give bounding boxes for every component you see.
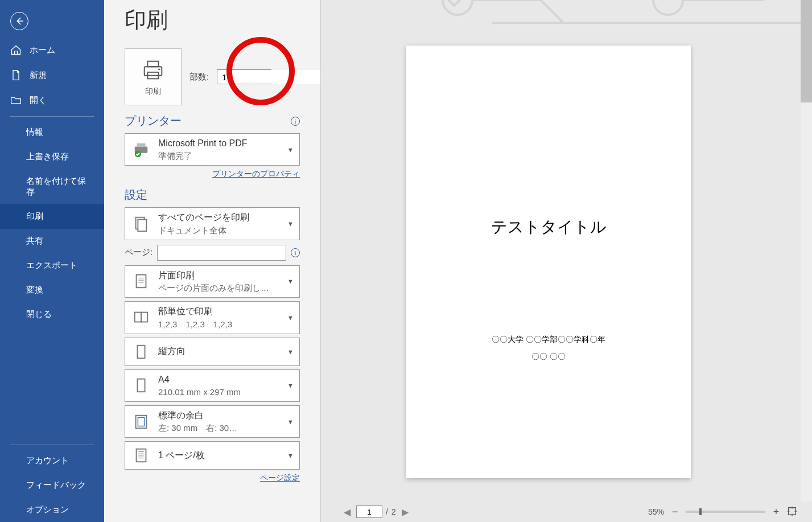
print-range-dropdown[interactable]: すべてのページを印刷 ドキュメント全体 ▼ xyxy=(125,207,300,240)
chevron-down-icon: ▼ xyxy=(287,382,296,389)
chevron-down-icon: ▼ xyxy=(287,452,296,459)
nav-separator xyxy=(10,116,94,117)
nav-info[interactable]: 情報 xyxy=(0,120,104,145)
printer-status-icon xyxy=(131,139,151,160)
nav-print[interactable]: 印刷 xyxy=(0,204,104,229)
printer-properties-link[interactable]: プリンターのプロパティ xyxy=(125,169,300,179)
paper-icon xyxy=(131,375,151,396)
fit-to-page-button[interactable] xyxy=(787,506,797,518)
nav-home-label: ホーム xyxy=(30,45,55,56)
new-doc-icon xyxy=(10,69,22,81)
pages-info-icon[interactable]: i xyxy=(291,248,300,257)
nav-saveas[interactable]: 名前を付けて保存 xyxy=(0,169,104,204)
printer-dropdown[interactable]: Microsoft Print to PDF 準備完了 ▼ xyxy=(125,133,300,166)
chevron-down-icon: ▼ xyxy=(287,314,296,321)
zoom-knob[interactable] xyxy=(699,508,702,515)
chevron-down-icon: ▼ xyxy=(287,220,296,227)
zoom-in-button[interactable]: + xyxy=(771,507,781,517)
svg-rect-8 xyxy=(138,220,146,232)
next-page-button[interactable]: ▶ xyxy=(399,507,411,517)
preview-page: テストタイトル 〇〇大学 〇〇学部〇〇学科〇年 〇〇 〇〇 xyxy=(406,46,691,478)
chevron-down-icon: ▼ xyxy=(287,418,296,425)
preview-scrollbar[interactable] xyxy=(801,0,812,502)
orientation-dropdown[interactable]: 縦方向 ▼ xyxy=(125,338,300,366)
nav-open-label: 開く xyxy=(30,95,47,106)
nav-new-label: 新規 xyxy=(30,70,47,81)
svg-rect-0 xyxy=(145,67,162,75)
nav-separator-lower xyxy=(10,445,94,445)
margins-dropdown[interactable]: 標準の余白 左: 30 mm 右: 30… ▼ xyxy=(125,405,300,438)
collate-dropdown[interactable]: 部単位で印刷 1,2,3 1,2,3 1,2,3 ▼ xyxy=(125,301,300,334)
copies-label: 部数: xyxy=(189,72,209,83)
prev-page-button[interactable]: ◀ xyxy=(341,507,353,517)
folder-open-icon xyxy=(10,94,22,106)
doc-line2: 〇〇 〇〇 xyxy=(406,352,691,362)
home-icon xyxy=(10,44,22,56)
svg-rect-28 xyxy=(789,507,796,515)
margins-icon xyxy=(131,412,151,432)
printer-info-icon[interactable]: i xyxy=(291,117,300,126)
printer-icon xyxy=(140,57,166,83)
pages-icon xyxy=(131,213,151,234)
page-single-icon xyxy=(131,271,151,291)
nav-save[interactable]: 上書き保存 xyxy=(0,145,104,169)
pages-per-sheet-dropdown[interactable]: 1 ページ/枚 ▼ xyxy=(125,441,300,470)
doc-title: テストタイトル xyxy=(406,216,691,238)
current-page-input[interactable] xyxy=(356,505,382,518)
preview-statusbar: ◀ / 2 ▶ 55% − + xyxy=(321,502,801,522)
nav-export[interactable]: エクスポート xyxy=(0,253,104,278)
backstage-nav: ホーム 新規 開く 情報 上書き保存 名前を付けて保存 印刷 共有 エクスポート… xyxy=(0,0,104,522)
nav-close[interactable]: 閉じる xyxy=(0,302,104,327)
nav-share[interactable]: 共有 xyxy=(0,229,104,253)
print-button-label: 印刷 xyxy=(145,87,161,97)
back-button[interactable] xyxy=(10,12,28,30)
svg-point-25 xyxy=(653,0,683,15)
doc-line1: 〇〇大学 〇〇学部〇〇学科〇年 xyxy=(406,335,691,345)
nav-transform[interactable]: 変換 xyxy=(0,278,104,302)
nav-account[interactable]: アカウント xyxy=(0,449,104,473)
nav-new[interactable]: 新規 xyxy=(0,63,104,88)
nav-open[interactable]: 開く xyxy=(0,88,104,113)
zoom-out-button[interactable]: − xyxy=(670,507,680,517)
settings-heading: 設定 xyxy=(125,187,300,203)
page-separator: / xyxy=(386,507,388,516)
copies-input[interactable] xyxy=(217,70,320,84)
printer-status: 準備完了 xyxy=(158,150,281,162)
scrollbar-thumb[interactable] xyxy=(801,0,812,102)
zoom-percent: 55% xyxy=(648,507,664,516)
chevron-down-icon: ▼ xyxy=(287,146,296,153)
printer-name: Microsoft Print to PDF xyxy=(158,137,281,150)
printer-heading: プリンター i xyxy=(125,113,300,129)
svg-rect-9 xyxy=(137,275,146,288)
nav-options[interactable]: オプション xyxy=(0,498,104,522)
paper-dropdown[interactable]: A4 210.01 mm x 297 mm ▼ xyxy=(125,369,300,402)
svg-rect-1 xyxy=(147,61,158,67)
chevron-down-icon: ▼ xyxy=(287,278,296,285)
page-title: 印刷 xyxy=(125,6,300,35)
portrait-icon xyxy=(131,342,151,362)
nav-home[interactable]: ホーム xyxy=(0,38,104,63)
svg-rect-13 xyxy=(135,312,141,322)
page-setup-link[interactable]: ページ設定 xyxy=(125,473,300,483)
pages-input[interactable] xyxy=(157,245,286,261)
arrow-left-icon xyxy=(14,16,24,26)
svg-rect-16 xyxy=(137,379,145,392)
one-page-icon xyxy=(131,445,151,466)
copies-spinner[interactable]: ▲ ▼ xyxy=(217,69,271,84)
svg-rect-18 xyxy=(138,417,144,426)
collate-icon xyxy=(131,307,151,328)
svg-rect-15 xyxy=(137,345,145,358)
svg-rect-14 xyxy=(141,312,147,322)
nav-feedback[interactable]: フィードバック xyxy=(0,473,104,498)
total-pages: 2 xyxy=(391,507,396,516)
svg-rect-19 xyxy=(137,449,146,462)
chevron-down-icon: ▼ xyxy=(287,348,296,355)
print-preview-pane: テストタイトル 〇〇大学 〇〇学部〇〇学科〇年 〇〇 〇〇 ◀ / 2 ▶ 55… xyxy=(320,0,812,522)
svg-point-3 xyxy=(158,69,160,71)
zoom-slider[interactable] xyxy=(686,511,765,513)
duplex-dropdown[interactable]: 片面印刷 ページの片面のみを印刷し… ▼ xyxy=(125,265,300,298)
print-button[interactable]: 印刷 xyxy=(125,48,182,105)
pages-label: ページ: xyxy=(125,247,152,258)
svg-rect-5 xyxy=(137,143,146,146)
print-settings-pane: 印刷 印刷 部数: ▲ ▼ プリンター i Micro xyxy=(104,0,320,522)
